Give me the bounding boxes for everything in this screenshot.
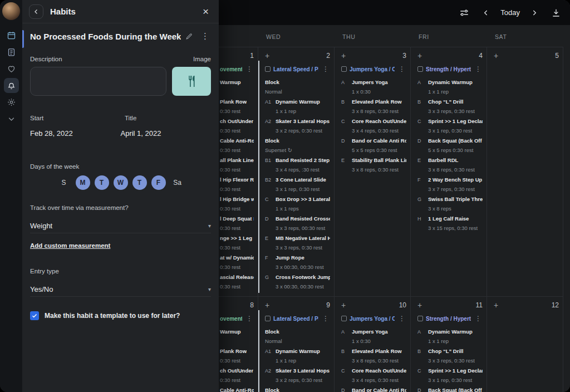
workout-checkbox[interactable]	[265, 66, 271, 72]
exercise-item[interactable]: AJumpers Yoga1 x 0:30	[341, 329, 406, 344]
workout-checkbox[interactable]	[417, 316, 423, 321]
workout-title[interactable]: Jumpers Yoga / Core	[350, 316, 395, 322]
block-header[interactable]: BlockSuperset ↻	[265, 387, 330, 392]
calendar-icon[interactable]	[4, 28, 19, 43]
exercise-item[interactable]: ch Out/Under0:30 rest	[220, 367, 254, 383]
exercise-item[interactable]: GCross Footwork Jump Rope3 x 00:30, 00:3…	[265, 274, 330, 290]
workout-menu-button[interactable]: ⋮	[474, 65, 483, 73]
exercise-item[interactable]: ascial Release C...0:30 rest	[220, 274, 254, 290]
exercise-item[interactable]: ADynamic Warmup1 x 1 rep	[417, 79, 483, 95]
exercise-item[interactable]: Plank Row0:30 rest	[220, 348, 254, 364]
exercise-item[interactable]: A1Dynamic Warmup1 x 1 rep	[265, 348, 330, 364]
day-toggle-f[interactable]: F	[151, 175, 166, 190]
entry-type-select[interactable]: Yes/No ▾	[30, 282, 211, 297]
exercise-item[interactable]: l Hip Flexor Rais...0:30 rest	[220, 177, 254, 192]
exercise-item[interactable]: all Plank Linear ...0:30 rest	[220, 157, 254, 173]
exercise-item[interactable]: FJump Rope3 x 00:30, 00:30 rest	[265, 254, 330, 270]
workout-menu-button[interactable]: ⋮	[397, 65, 406, 73]
notes-icon[interactable]	[4, 45, 19, 60]
day-toggle-m[interactable]: M	[76, 175, 90, 190]
exercise-item[interactable]: DBand or Cable Anti Rotati...5 x 5 reps …	[341, 138, 406, 153]
workout-menu-button[interactable]: ⋮	[245, 65, 254, 73]
exercise-item[interactable]: BElevated Plank Row3 x 8 reps, 0:30 rest	[341, 348, 406, 364]
exercise-item[interactable]: EStability Ball Plank Linear ...3 x 8 re…	[341, 157, 406, 173]
edit-icon[interactable]	[185, 33, 193, 40]
exercise-item[interactable]: BChop “L” Drill3 x 3 reps, 0:30 rest	[417, 99, 483, 114]
add-workout-button[interactable]: +	[265, 52, 269, 60]
exercise-item[interactable]: ch Out/Under0:30 rest	[220, 118, 254, 134]
exercise-item[interactable]: at w/ Dynamic P...0:30 rest	[220, 254, 254, 270]
workout-checkbox[interactable]	[341, 66, 347, 72]
exercise-item[interactable]: A2Skater 3 Lateral Hops >> ...3 x 2 reps…	[265, 367, 330, 383]
exercise-item[interactable]: DBand or Cable Anti Rotati...5 x 5 reps …	[341, 387, 406, 392]
workout-menu-button[interactable]: ⋮	[474, 315, 483, 322]
exercise-item[interactable]: l Deep Squat Mo...0:30 rest	[220, 215, 254, 231]
workout-checkbox[interactable]	[341, 316, 347, 321]
block-header[interactable]: BlockNormal	[265, 329, 330, 344]
exercise-item[interactable]: EMB Negative Lateral Hop...3 x 3 reps, 0…	[265, 235, 330, 251]
exercise-item[interactable]: Plank Row0:30 rest	[220, 99, 254, 114]
workout-title[interactable]: ovement Q...	[220, 316, 242, 322]
description-input[interactable]	[30, 67, 166, 96]
exercise-item[interactable]: A2Skater 3 Lateral Hops >> ...3 x 2 reps…	[265, 118, 330, 134]
exercise-item[interactable]: H1 Leg Calf Raise3 x 15 reps, 0:30 rest	[417, 215, 483, 231]
block-header[interactable]: BlockSuperset ↻	[265, 138, 330, 153]
filter-icon[interactable]	[459, 8, 469, 18]
end-date-field[interactable]: April 1, 2022	[121, 129, 212, 138]
settings-gear-icon[interactable]	[4, 95, 19, 110]
start-date-field[interactable]: Feb 28, 2022	[30, 129, 121, 138]
workout-title[interactable]: Lateral Speed / Plyo	[273, 316, 318, 322]
exercise-item[interactable]: ADynamic Warmup1 x 1 rep	[417, 329, 483, 344]
workout-title[interactable]: Strength / Hypertro...	[426, 316, 471, 322]
workout-menu-button[interactable]: ⋮	[245, 315, 254, 322]
template-checkbox[interactable]	[30, 311, 39, 320]
exercise-item[interactable]: DBack Squat (Back Off Set)5 x 5 reps 0:3…	[417, 387, 483, 392]
close-icon[interactable]: ×	[199, 6, 212, 17]
back-button[interactable]	[29, 4, 43, 19]
exercise-item[interactable]: DBack Squat (Back Off Set)5 x 5 reps 0:3…	[417, 138, 483, 153]
block-header[interactable]: BlockNormal	[265, 79, 330, 95]
workout-menu-button[interactable]: ⋮	[321, 65, 330, 73]
chevron-down-icon[interactable]	[4, 111, 19, 126]
add-workout-button[interactable]: +	[417, 52, 422, 60]
add-workout-button[interactable]: +	[494, 301, 498, 309]
exercise-item[interactable]: DBand Resisted Crossover...3 x 3 reps, 0…	[265, 215, 330, 231]
add-workout-button[interactable]: +	[341, 52, 346, 60]
exercise-item[interactable]: F2 Way Bench Step Up3 x 7 reps, 0:30 res…	[417, 177, 483, 192]
exercise-item[interactable]: B1Band Resisted 2 Step Late...3 x 4 reps…	[265, 157, 330, 173]
day-toggle-t[interactable]: T	[132, 175, 147, 190]
day-toggle-sa[interactable]: Sa	[170, 175, 185, 190]
workout-title[interactable]: Lateral Speed / Plyo	[273, 66, 318, 72]
workout-title[interactable]: Jumpers Yoga / Core	[350, 66, 395, 72]
next-week-button[interactable]	[530, 8, 539, 17]
add-workout-button[interactable]: +	[494, 52, 498, 60]
exercise-item[interactable]: Cable Anti-Rotati...0:30 rest	[220, 387, 254, 392]
day-toggle-w[interactable]: W	[114, 175, 128, 190]
add-workout-button[interactable]: +	[417, 301, 422, 309]
exercise-item[interactable]: CCore Reach Out/Under3 x 4 reps, 0:30 re…	[341, 118, 406, 134]
add-workout-button[interactable]: +	[341, 301, 346, 309]
workout-menu-button[interactable]: ⋮	[321, 315, 330, 322]
exercise-item[interactable]: Warmup	[220, 79, 254, 95]
exercise-item[interactable]: nge >> 1 Leg St...0:30 rest	[220, 235, 254, 251]
exercise-item[interactable]: B23 Cone Lateral Slide3 x 1 rep, 0:30 re…	[265, 177, 330, 192]
day-toggle-s[interactable]: S	[57, 175, 71, 190]
exercise-item[interactable]: CSprint >> 1 Leg Declarations3 x 1 rep, …	[417, 367, 483, 383]
workout-title[interactable]: ovement Q...	[220, 66, 242, 72]
exercise-item[interactable]: AJumpers Yoga1 x 0:30	[341, 79, 406, 95]
exercise-item[interactable]: CCore Reach Out/Under3 x 4 reps, 0:30 re…	[341, 367, 406, 383]
exercise-item[interactable]: EBarbell RDL3 x 8 reps, 0:30 rest	[417, 157, 483, 173]
exercise-item[interactable]: GSwiss Ball Triple Threat3 x 8 reps	[417, 196, 483, 212]
exercise-item[interactable]: Warmup	[220, 329, 254, 344]
exercise-item[interactable]: CBox Drop >> 3 Lateral H...1 x 1 reps	[265, 196, 330, 212]
workout-checkbox[interactable]	[265, 316, 271, 321]
exercise-item[interactable]: Cable Anti-Rotati...0:30 rest	[220, 138, 254, 153]
download-icon[interactable]	[551, 8, 561, 18]
add-custom-measurement-link[interactable]: Add custom measurement	[30, 242, 110, 249]
exercise-item[interactable]: CSprint >> 1 Leg Declarations3 x 1 rep, …	[417, 118, 483, 134]
habit-image[interactable]	[172, 67, 211, 96]
avatar[interactable]	[2, 2, 20, 20]
exercise-item[interactable]: BChop “L” Drill3 x 3 reps, 0:30 rest	[417, 348, 483, 364]
workout-menu-button[interactable]: ⋮	[397, 315, 406, 322]
prev-week-button[interactable]	[481, 8, 490, 17]
